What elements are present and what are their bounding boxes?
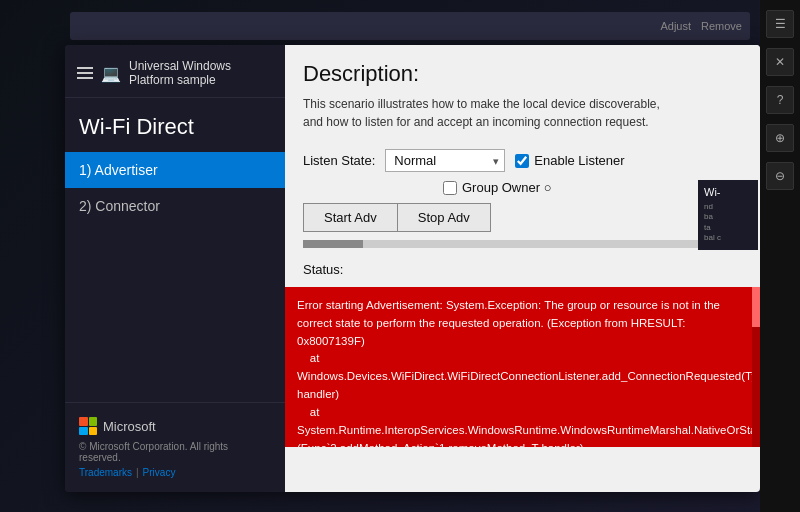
group-owner-row: Group Owner ○	[303, 180, 742, 195]
company-name: Microsoft	[103, 419, 156, 434]
sidebar: 💻 Universal Windows Platform sample Wi-F…	[65, 45, 285, 492]
status-label: Status:	[303, 262, 742, 277]
group-owner-checkbox[interactable]	[443, 181, 457, 195]
error-output-box: Error starting Advertisement: System.Exc…	[285, 287, 760, 447]
listen-row: Listen State: Normal Passive Active Enab…	[303, 149, 742, 172]
top-bar: Adjust Remove	[70, 12, 750, 40]
nav-item-advertiser[interactable]: 1) Advertiser	[65, 152, 285, 188]
hamburger-icon[interactable]	[77, 67, 93, 79]
stop-adv-button[interactable]: Stop Adv	[397, 203, 491, 232]
action-buttons-row: Start Adv Stop Adv	[303, 203, 742, 232]
main-content: Description: This scenario illustrates h…	[285, 45, 760, 492]
horizontal-scrollbar[interactable]	[303, 240, 742, 248]
adjust-button[interactable]: Adjust	[660, 20, 691, 32]
privacy-link[interactable]: Privacy	[143, 467, 176, 478]
wifi-preview-panel: Wi- nd ba ta bal c	[698, 180, 758, 250]
group-owner-label[interactable]: Group Owner ○	[443, 180, 552, 195]
error-text: Error starting Advertisement: System.Exc…	[297, 297, 748, 447]
ms-grid-icon	[79, 417, 97, 435]
right-btn-help[interactable]: ?	[766, 86, 794, 114]
vertical-scrollbar[interactable]	[752, 287, 760, 447]
app-window: 💻 Universal Windows Platform sample Wi-F…	[65, 45, 760, 492]
right-btn-remove[interactable]: ⊖	[766, 162, 794, 190]
description-title: Description:	[303, 61, 742, 87]
listen-state-dropdown-wrapper: Normal Passive Active	[385, 149, 505, 172]
listen-state-dropdown[interactable]: Normal Passive Active	[385, 149, 505, 172]
status-section: Status:	[285, 256, 760, 287]
start-adv-button[interactable]: Start Adv	[303, 203, 397, 232]
sidebar-header: 💻 Universal Windows Platform sample	[65, 45, 285, 98]
scroll-thumb-vertical[interactable]	[752, 287, 760, 327]
trademarks-link[interactable]: Trademarks	[79, 467, 132, 478]
screen-background: Adjust Remove 💻 Universal Windows Platfo…	[0, 0, 800, 512]
wifi-direct-title: Wi-Fi Direct	[65, 98, 285, 152]
wifi-preview-title: Wi-	[704, 186, 752, 198]
wifi-preview-text: nd ba ta bal c	[704, 202, 752, 244]
nav-item-connector[interactable]: 2) Connector	[65, 188, 285, 224]
right-btn-add[interactable]: ⊕	[766, 124, 794, 152]
right-btn-close[interactable]: ✕	[766, 48, 794, 76]
copyright-text: © Microsoft Corporation. All rights rese…	[79, 441, 271, 463]
enable-listener-checkbox[interactable]	[515, 154, 529, 168]
group-owner-text: Group Owner ○	[462, 180, 552, 195]
right-panel: ☰ ✕ ? ⊕ ⊖	[760, 0, 800, 512]
sidebar-footer: Microsoft © Microsoft Corporation. All r…	[65, 402, 285, 492]
description-text: This scenario illustrates how to make th…	[303, 95, 683, 131]
footer-links: Trademarks | Privacy	[79, 467, 271, 478]
scroll-thumb-horizontal[interactable]	[303, 240, 363, 248]
controls-section: Listen State: Normal Passive Active Enab…	[285, 143, 760, 256]
remove-button[interactable]: Remove	[701, 20, 742, 32]
description-section: Description: This scenario illustrates h…	[285, 45, 760, 143]
enable-listener-text: Enable Listener	[534, 153, 624, 168]
laptop-icon: 💻	[101, 64, 121, 83]
microsoft-logo: Microsoft	[79, 417, 271, 435]
app-title-label: Universal Windows Platform sample	[129, 59, 273, 87]
right-btn-menu[interactable]: ☰	[766, 10, 794, 38]
enable-listener-label[interactable]: Enable Listener	[515, 153, 624, 168]
listen-state-label: Listen State:	[303, 153, 375, 168]
